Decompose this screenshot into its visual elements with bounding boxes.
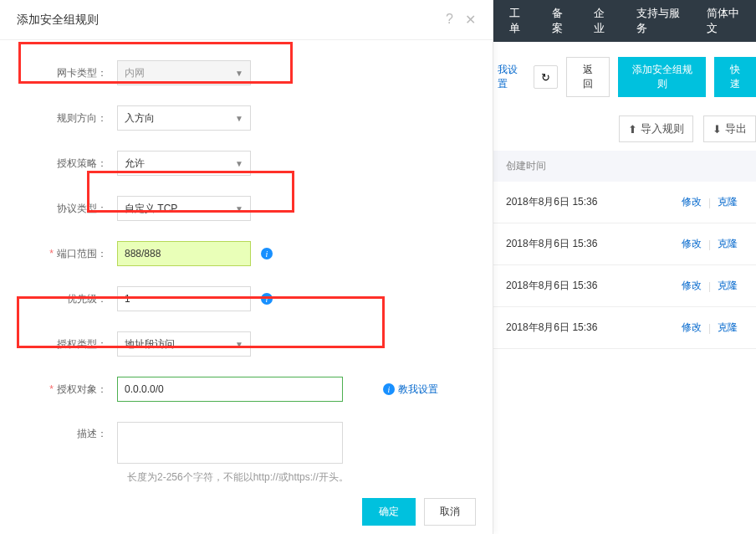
export-label: 导出 [725, 121, 747, 136]
select-value: 允许 [125, 157, 145, 171]
row-date: 2018年8月6日 15:36 [506, 195, 682, 209]
field-auth-object: 授权对象： i 教我设置 [25, 377, 467, 402]
modal-header: 添加安全组规则 ? ✕ [0, 0, 493, 40]
select-value: 地址段访问 [125, 337, 175, 352]
chevron-down-icon: ▼ [235, 69, 243, 78]
select-direction[interactable]: 入方向 ▼ [117, 105, 251, 131]
field-policy: 授权策略： 允许 ▼ [25, 151, 467, 176]
info-icon[interactable]: i [261, 248, 273, 259]
header-created: 创建时间 [506, 160, 546, 172]
chevron-down-icon: ▼ [235, 204, 243, 213]
textarea-description[interactable] [117, 422, 343, 464]
help-link-text: 教我设置 [398, 383, 438, 397]
label-auth-type: 授权类型： [25, 337, 117, 352]
field-direction: 规则方向： 入方向 ▼ [25, 105, 467, 131]
nav-item[interactable]: 备案 [540, 6, 583, 36]
refresh-button[interactable]: ↻ [534, 65, 558, 89]
input-auth-object[interactable] [117, 377, 343, 402]
settings-link[interactable]: 我设置 [498, 63, 525, 91]
select-policy[interactable]: 允许 ▼ [117, 151, 251, 176]
select-value: 内网 [125, 66, 145, 80]
modal-footer: 确定 取消 [362, 498, 476, 526]
clone-link[interactable]: 克隆 [718, 279, 738, 293]
label-priority: 优先级： [25, 292, 117, 306]
add-rule-button[interactable]: 添加安全组规则 [618, 57, 706, 97]
select-auth-type[interactable]: 地址段访问 ▼ [117, 331, 251, 357]
close-icon[interactable]: ✕ [465, 12, 476, 28]
add-rule-modal: 添加安全组规则 ? ✕ 网卡类型： 内网 ▼ 规则方向： 入方向 ▼ 授权策略：… [0, 0, 493, 534]
clone-link[interactable]: 克隆 [718, 321, 738, 335]
nav-item[interactable]: 支持与服务 [625, 6, 695, 36]
separator: | [708, 197, 711, 208]
modal-title: 添加安全组规则 [17, 13, 99, 28]
field-auth-type: 授权类型： 地址段访问 ▼ [25, 331, 467, 357]
nav-item[interactable]: 简体中文 [695, 6, 756, 36]
nav-item[interactable]: 工单 [498, 6, 540, 36]
field-description: 描述： [25, 422, 467, 464]
back-button[interactable]: 返回 [566, 57, 610, 97]
clone-link[interactable]: 克隆 [718, 237, 738, 251]
label-port-range: 端口范围： [25, 247, 117, 261]
row-date: 2018年8月6日 15:36 [506, 321, 682, 335]
select-protocol[interactable]: 自定义 TCP ▼ [117, 196, 251, 221]
upload-icon: ⬆ [628, 123, 637, 136]
chevron-down-icon: ▼ [235, 340, 243, 349]
separator: | [708, 280, 711, 292]
select-value: 自定义 TCP [125, 202, 177, 216]
field-port-range: 端口范围： i [25, 241, 467, 266]
label-auth-object: 授权对象： [25, 383, 117, 397]
modal-body: 网卡类型： 内网 ▼ 规则方向： 入方向 ▼ 授权策略： 允许 ▼ 协议类型： … [0, 40, 493, 493]
chevron-down-icon: ▼ [235, 114, 243, 123]
help-link[interactable]: i 教我设置 [350, 383, 438, 397]
nav-item[interactable]: 企业 [582, 6, 625, 36]
label-policy: 授权策略： [25, 157, 117, 171]
modify-link[interactable]: 修改 [682, 279, 702, 293]
info-icon: i [383, 383, 395, 395]
quick-button[interactable]: 快速 [714, 57, 756, 97]
export-rules-button[interactable]: ⬇ 导出 [703, 116, 756, 142]
row-date: 2018年8月6日 15:36 [506, 237, 682, 251]
select-nic-type: 内网 ▼ [117, 60, 251, 85]
input-port-range[interactable] [117, 241, 251, 266]
modify-link[interactable]: 修改 [682, 195, 702, 209]
import-rules-button[interactable]: ⬆ 导入规则 [619, 116, 693, 142]
field-nic-type: 网卡类型： 内网 ▼ [25, 60, 467, 85]
info-icon[interactable]: i [261, 293, 273, 305]
import-label: 导入规则 [641, 121, 684, 136]
separator: | [708, 239, 711, 250]
description-hint: 长度为2-256个字符，不能以http://或https://开头。 [117, 470, 467, 485]
help-icon[interactable]: ? [446, 12, 453, 28]
chevron-down-icon: ▼ [235, 159, 243, 168]
label-protocol: 协议类型： [25, 202, 117, 216]
ok-button[interactable]: 确定 [362, 498, 416, 526]
row-date: 2018年8月6日 15:36 [506, 279, 682, 293]
label-description: 描述： [25, 422, 117, 441]
label-nic-type: 网卡类型： [25, 66, 117, 80]
input-priority[interactable] [117, 286, 251, 311]
modify-link[interactable]: 修改 [682, 321, 702, 335]
separator: | [708, 322, 711, 334]
field-protocol: 协议类型： 自定义 TCP ▼ [25, 196, 467, 221]
label-direction: 规则方向： [25, 111, 117, 126]
clone-link[interactable]: 克隆 [718, 195, 738, 209]
cancel-button[interactable]: 取消 [424, 498, 476, 526]
modify-link[interactable]: 修改 [682, 237, 702, 251]
refresh-icon: ↻ [541, 71, 550, 84]
download-icon: ⬇ [713, 123, 722, 136]
select-value: 入方向 [125, 111, 155, 126]
field-priority: 优先级： i [25, 286, 467, 311]
